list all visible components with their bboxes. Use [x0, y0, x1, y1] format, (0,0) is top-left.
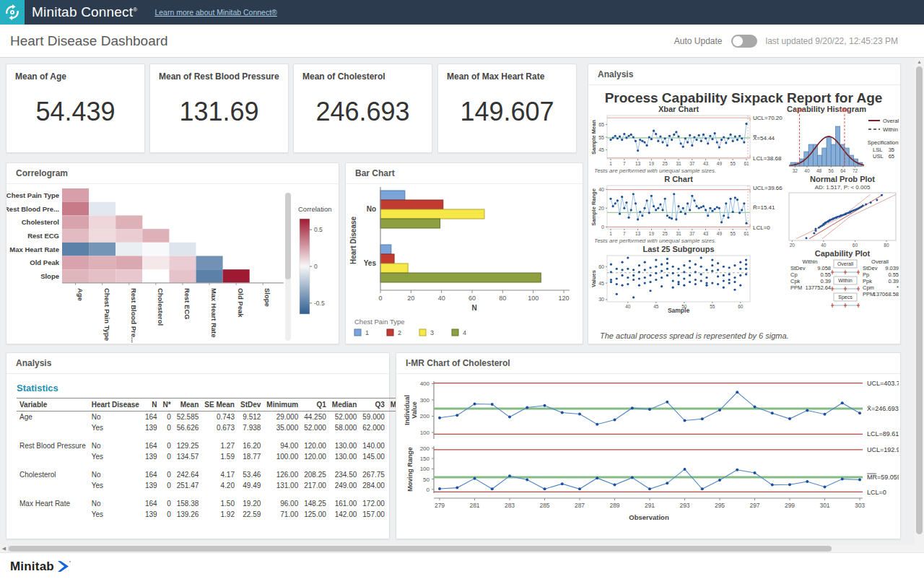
scroll-left-arrow[interactable]: ◀ — [0, 545, 9, 552]
svg-text:120: 120 — [558, 295, 569, 302]
card-title: Mean of Age — [6, 64, 144, 82]
table-row: AgeNo164052.5850.7439.51229.00044.25052.… — [17, 412, 427, 423]
svg-text:35: 35 — [889, 147, 894, 153]
svg-text:MR=59.0596: MR=59.0596 — [867, 474, 899, 481]
svg-text:Within: Within — [803, 258, 818, 265]
svg-text:55: 55 — [731, 161, 736, 166]
svg-text:60: 60 — [598, 264, 604, 269]
svg-text:40: 40 — [821, 243, 827, 248]
svg-text:Value: Value — [411, 401, 418, 419]
svg-text:Observation: Observation — [629, 513, 669, 521]
vertical-scrollbar[interactable]: ▲ — [915, 58, 924, 553]
minitab-connect-logo[interactable] — [0, 0, 25, 25]
svg-text:281: 281 — [469, 502, 479, 509]
card-title: Mean of Cholesterol — [294, 64, 432, 82]
svg-text:Sample: Sample — [668, 307, 690, 314]
svg-text:25: 25 — [663, 161, 668, 166]
heart-disease-bar-chart: NoYes020406080100120NHeart DiseaseChest … — [346, 184, 583, 346]
horizontal-scrollbar[interactable]: ◀ — [0, 545, 915, 552]
svg-text:Cp: Cp — [790, 271, 798, 278]
column-header: Mean — [174, 399, 202, 412]
svg-text:9.058: 9.058 — [817, 265, 831, 271]
svg-text:61: 61 — [744, 161, 749, 166]
svg-text:R Chart: R Chart — [664, 175, 693, 183]
svg-text:49: 49 — [717, 161, 723, 166]
svg-text:Overall: Overall — [883, 118, 899, 124]
svg-text:Rest Blood Pre...: Rest Blood Pre... — [130, 288, 138, 343]
svg-text:UCL=70.20: UCL=70.20 — [753, 115, 783, 121]
svg-text:299: 299 — [785, 502, 795, 509]
svg-text:285: 285 — [539, 502, 549, 509]
analysis-sixpack-panel: Analysis Process Capability Sixpack Repo… — [588, 64, 901, 344]
vertical-scroll-thumb[interactable] — [916, 66, 923, 534]
svg-text:LCL=38.68: LCL=38.68 — [753, 155, 782, 162]
svg-text:279: 279 — [435, 502, 445, 509]
horizontal-scroll-thumb[interactable] — [9, 546, 832, 552]
svg-text:-0.5: -0.5 — [314, 300, 325, 307]
svg-text:43: 43 — [703, 161, 709, 166]
svg-text:60: 60 — [468, 295, 476, 302]
column-header: StDev — [237, 399, 263, 412]
svg-text:Tests are performed with unequ: Tests are performed with unequal sample … — [594, 167, 716, 174]
svg-text:55: 55 — [598, 135, 604, 140]
svg-text:64: 64 — [840, 168, 846, 173]
statistics-table: VariableHeart DiseaseNN*MeanSE MeanStDev… — [6, 398, 389, 520]
svg-text:2: 2 — [398, 329, 401, 336]
svg-text:0.39: 0.39 — [820, 278, 831, 284]
panel-header: Correlogram — [6, 163, 339, 184]
svg-text:Old Peak: Old Peak — [237, 288, 245, 318]
svg-text:Chest Pain Type: Chest Pain Type — [6, 191, 59, 199]
learn-more-link[interactable]: Learn more about Minitab Connect® — [154, 8, 276, 17]
column-header: Q1 — [301, 399, 329, 412]
svg-text:Yes: Yes — [364, 259, 377, 267]
minitab-chevron-logo — [58, 560, 72, 573]
svg-text:LSL: LSL — [873, 147, 882, 153]
footer-brand: Minitab — [10, 560, 54, 574]
svg-text:20: 20 — [790, 243, 796, 248]
svg-text:283: 283 — [505, 502, 515, 509]
svg-text:No: No — [367, 205, 376, 213]
page-title: Heart Disease Dashboard — [10, 33, 168, 49]
panel-header: Analysis — [588, 64, 900, 85]
svg-text:1: 1 — [365, 329, 369, 336]
svg-text:Correlation: Correlation — [298, 205, 331, 213]
svg-text:*: * — [897, 284, 899, 291]
column-header: Variable — [17, 399, 89, 412]
svg-text:0: 0 — [601, 225, 604, 230]
svg-text:60: 60 — [853, 243, 858, 248]
svg-text:Rest Blood Pre...: Rest Blood Pre... — [6, 205, 59, 213]
column-header: Minimum — [263, 399, 301, 412]
svg-text:13: 13 — [635, 161, 641, 166]
svg-text:Moving Range: Moving Range — [406, 447, 414, 492]
svg-text:Within: Within — [838, 278, 853, 283]
card-value: 149.607 — [438, 97, 576, 127]
svg-text:65: 65 — [889, 153, 894, 160]
svg-text:40: 40 — [804, 168, 810, 173]
svg-text:40: 40 — [625, 304, 631, 309]
svg-text:291: 291 — [645, 502, 655, 509]
table-row: Max Heart RateNo1640158.381.5019.2096.00… — [17, 498, 427, 509]
dashboard-header: Heart Disease Dashboard Auto Update last… — [0, 25, 924, 58]
svg-text:45: 45 — [598, 147, 604, 152]
svg-text:Overall: Overall — [871, 258, 889, 265]
scroll-up-arrow[interactable]: ▲ — [915, 58, 924, 66]
svg-text:100: 100 — [420, 430, 430, 436]
svg-text:13: 13 — [635, 231, 641, 236]
correlogram-panel: Correlogram Chest Pain TypeRest Blood Pr… — [6, 162, 339, 344]
svg-text:Old Peak: Old Peak — [30, 258, 59, 266]
svg-text:UCL=39.66: UCL=39.66 — [753, 185, 783, 191]
brand-title: Minitab Connect® — [32, 4, 137, 20]
svg-text:80: 80 — [499, 295, 506, 302]
svg-text:X̿=54.44: X̿=54.44 — [753, 135, 775, 142]
svg-text:20: 20 — [407, 295, 414, 302]
svg-text:Chest Pain Type: Chest Pain Type — [354, 318, 405, 326]
svg-text:Heart Disease: Heart Disease — [349, 216, 357, 264]
svg-text:Max Heart Rate: Max Heart Rate — [9, 245, 59, 253]
correlogram-heatmap: Chest Pain TypeRest Blood Pre...Choleste… — [6, 184, 339, 346]
svg-text:Age: Age — [77, 288, 84, 301]
svg-text:295: 295 — [715, 502, 725, 509]
auto-update-toggle[interactable] — [731, 35, 757, 48]
svg-text:Cholesterol: Cholesterol — [22, 218, 59, 226]
bar-chart-panel: Bar Chart NoYes020406080100120NHeart Dis… — [345, 162, 583, 344]
top-navigation-bar: Minitab Connect® Learn more about Minita… — [0, 0, 924, 25]
